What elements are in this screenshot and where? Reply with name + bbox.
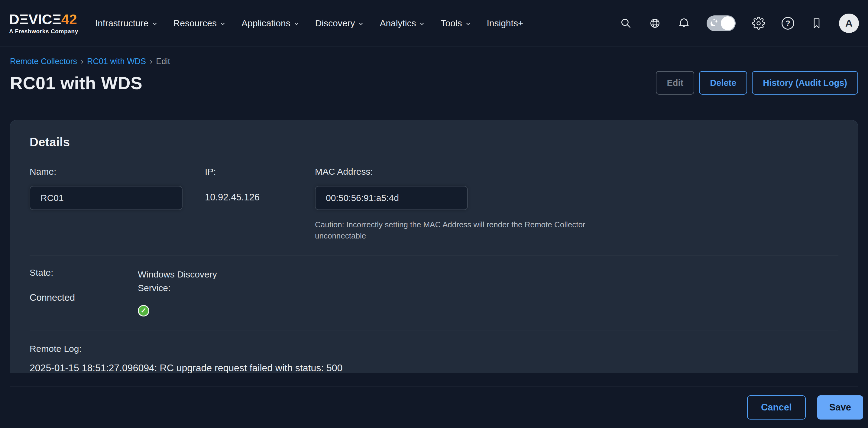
nav-item-label: Analytics — [380, 18, 416, 28]
nav-item-label: Infrastructure — [95, 18, 149, 28]
help-question-glyph: ? — [781, 17, 794, 30]
section-divider-2 — [30, 330, 838, 330]
state-value: Connected — [30, 292, 138, 303]
mac-caution-text: Caution: Incorrectly setting the MAC Add… — [315, 219, 587, 242]
name-input[interactable] — [30, 186, 183, 210]
breadcrumb-item-edit: Edit — [156, 57, 170, 66]
breadcrumb: Remote Collectors›RC01 with WDS›Edit — [10, 47, 858, 66]
details-card: Details Name: IP: 10.92.45.126 MAC Addre… — [10, 120, 858, 373]
save-button[interactable]: Save — [817, 395, 863, 420]
device42-logo[interactable]: DΞVICΞ42 A Freshworks Company — [9, 12, 78, 35]
logo-wordmark: DΞVICΞ42 — [9, 12, 78, 26]
breadcrumb-item-remote-collectors[interactable]: Remote Collectors — [10, 57, 77, 66]
mac-field-group: MAC Address: Caution: Incorrectly settin… — [315, 166, 838, 242]
search-icon[interactable] — [620, 17, 632, 30]
chevron-down-icon — [358, 21, 364, 27]
wds-status-check-icon: ✓ — [138, 305, 149, 316]
nav-item-insights-[interactable]: Insights+ — [487, 18, 523, 28]
name-label: Name: — [30, 166, 183, 177]
edit-button[interactable]: Edit — [656, 71, 694, 95]
chevron-down-icon — [152, 21, 158, 27]
top-nav: DΞVICΞ42 A Freshworks Company Infrastruc… — [0, 0, 868, 47]
section-divider — [30, 255, 838, 255]
chevron-down-icon — [293, 21, 300, 27]
toggle-knob — [721, 16, 735, 30]
chevron-down-icon — [419, 21, 425, 27]
mac-address-label: MAC Address: — [315, 166, 838, 177]
settings-gear-icon[interactable] — [752, 17, 765, 30]
ip-field-group: IP: 10.92.45.126 — [205, 166, 292, 242]
remote-log-value: 2025-01-15 18:51:27.096094: RC upgrade r… — [30, 362, 838, 373]
logo-brand-text: DΞVICΞ — [9, 11, 61, 27]
wds-field-group: Windows Discovery Service: ✓ — [138, 268, 238, 316]
logo-tagline: A Freshworks Company — [9, 28, 78, 35]
nav-item-label: Resources — [174, 18, 217, 28]
cancel-button[interactable]: Cancel — [747, 395, 806, 420]
nav-item-discovery[interactable]: Discovery — [315, 18, 364, 28]
main-content: Remote Collectors›RC01 with WDS›Edit RC0… — [0, 47, 868, 387]
nav-item-analytics[interactable]: Analytics — [380, 18, 425, 28]
notifications-bell-icon[interactable] — [678, 17, 690, 30]
mac-address-input[interactable] — [315, 186, 468, 210]
nav-item-applications[interactable]: Applications — [242, 18, 300, 28]
delete-button[interactable]: Delete — [699, 71, 747, 95]
nav-item-resources[interactable]: Resources — [174, 18, 226, 28]
remote-log-label: Remote Log: — [30, 344, 838, 354]
help-icon[interactable]: ? — [781, 17, 794, 30]
header-buttons: Edit Delete History (Audit Logs) — [656, 71, 858, 95]
logo-accent-text: 42 — [61, 11, 77, 27]
dark-mode-toggle[interactable] — [707, 16, 736, 31]
user-avatar[interactable]: A — [839, 13, 859, 33]
breadcrumb-separator: › — [81, 57, 84, 66]
globe-icon[interactable] — [649, 17, 661, 30]
chevron-down-icon — [220, 21, 226, 27]
footer-action-bar: Cancel Save — [0, 387, 868, 428]
state-label: State: — [30, 268, 138, 278]
bookmark-icon[interactable] — [811, 17, 823, 30]
ip-value: 10.92.45.126 — [205, 192, 292, 203]
page-header: RC01 with WDS Edit Delete History (Audit… — [10, 71, 858, 95]
breadcrumb-separator: › — [150, 57, 152, 66]
state-field-group: State: Connected — [30, 268, 138, 316]
breadcrumb-item-rc01-with-wds[interactable]: RC01 with WDS — [87, 57, 146, 66]
name-field-group: Name: — [30, 166, 183, 242]
ip-label: IP: — [205, 166, 292, 177]
nav-item-label: Insights+ — [487, 18, 523, 28]
nav-item-label: Discovery — [315, 18, 355, 28]
nav-item-label: Applications — [242, 18, 290, 28]
details-heading: Details — [30, 135, 838, 149]
nav-item-infrastructure[interactable]: Infrastructure — [95, 18, 158, 28]
state-row: State: Connected Windows Discovery Servi… — [30, 268, 838, 316]
nav-item-label: Tools — [441, 18, 462, 28]
moon-icon — [709, 18, 720, 29]
nav-menu: InfrastructureResourcesApplicationsDisco… — [95, 18, 523, 28]
header-divider — [10, 110, 858, 110]
nav-item-tools[interactable]: Tools — [441, 18, 471, 28]
nav-right-actions: ? A — [620, 13, 859, 33]
page-title: RC01 with WDS — [10, 73, 142, 93]
wds-label: Windows Discovery Service: — [138, 268, 238, 295]
chevron-down-icon — [465, 21, 471, 27]
details-fields-row: Name: IP: 10.92.45.126 MAC Address: Caut… — [30, 166, 838, 242]
history-audit-logs-button[interactable]: History (Audit Logs) — [752, 71, 858, 95]
